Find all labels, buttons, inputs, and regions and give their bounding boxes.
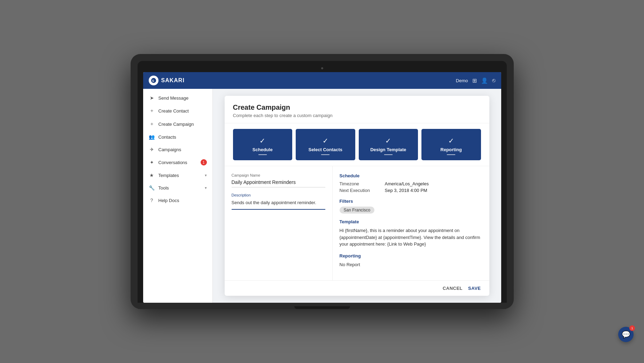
demo-label: Demo	[456, 78, 468, 83]
left-panel: Campaign Name Daily Appointment Reminder…	[225, 166, 333, 280]
sidebar-item-contacts[interactable]: 👥 Contacts	[143, 131, 212, 143]
step-underline-schedule	[258, 154, 267, 155]
template-section: Template Hi {firstName}, this is a remin…	[340, 219, 482, 248]
card-content: Campaign Name Daily Appointment Reminder…	[225, 166, 489, 280]
save-button[interactable]: SAVE	[468, 286, 481, 291]
logout-icon[interactable]: ⎋	[492, 77, 496, 84]
app-header: S SAKARI Demo ⊞ 👤 ⎋	[143, 72, 501, 89]
camera-dot	[321, 67, 323, 69]
step-label-design-template: Design Template	[370, 147, 406, 152]
timezone-row: Timezone America/Los_Angeles	[340, 181, 482, 186]
sidebar-label-campaigns: Campaigns	[158, 147, 207, 152]
app-body: ➤ Send Message ＋ Create Contact ＋ Create…	[143, 89, 501, 303]
step-label-select-contacts: Select Contacts	[308, 147, 342, 152]
step-label-reporting: Reporting	[441, 147, 462, 152]
grid-icon[interactable]: ⊞	[472, 77, 477, 84]
laptop-outer: S SAKARI Demo ⊞ 👤 ⎋ ➤	[131, 54, 514, 309]
chevron-down-icon-tools: ▾	[205, 186, 207, 190]
cancel-button[interactable]: CANCEL	[443, 286, 463, 291]
card-title: Create Campaign	[233, 103, 481, 111]
logo-text: SAKARI	[161, 77, 185, 84]
sidebar-label-conversations: Conversations	[158, 160, 197, 165]
laptop-bezel: S SAKARI Demo ⊞ 👤 ⎋ ➤	[138, 61, 507, 303]
check-icon-schedule: ✓	[259, 137, 265, 145]
card-footer: CANCEL SAVE	[225, 280, 489, 296]
template-text: Hi {firstName}, this is a reminder about…	[340, 227, 482, 248]
sidebar-item-campaigns[interactable]: ✈ Campaigns	[143, 143, 212, 156]
schedule-section: Schedule Timezone America/Los_Angeles Ne…	[340, 173, 482, 193]
sidebar-label-create-contact: Create Contact	[158, 108, 207, 114]
reporting-value: No Report	[340, 261, 482, 268]
campaign-name-label: Campaign Name	[232, 173, 325, 177]
header-right: Demo ⊞ 👤 ⎋	[456, 77, 496, 84]
sidebar-item-conversations[interactable]: ✦ Conversations 1	[143, 156, 212, 169]
paper-plane-icon: ✈	[149, 147, 155, 152]
schedule-title: Schedule	[340, 173, 482, 178]
sidebar-label-send-message: Send Message	[158, 95, 207, 101]
svg-text:S: S	[152, 79, 154, 83]
question-icon: ?	[149, 198, 155, 203]
step-schedule[interactable]: ✓ Schedule	[233, 129, 293, 160]
timezone-label: Timezone	[340, 181, 385, 186]
plus-icon-contact: ＋	[149, 108, 155, 114]
step-underline-select-contacts	[321, 154, 329, 155]
timezone-value: America/Los_Angeles	[385, 181, 429, 186]
filters-title: Filters	[340, 199, 482, 204]
check-icon-select-contacts: ✓	[323, 137, 328, 145]
campaign-name-value: Daily Appointment Reminders	[232, 179, 325, 187]
arrow-right-icon: ➤	[149, 95, 155, 101]
sidebar: ➤ Send Message ＋ Create Contact ＋ Create…	[143, 89, 213, 303]
star-icon: ★	[149, 172, 155, 178]
sidebar-item-help-docs[interactable]: ? Help Docs	[143, 194, 212, 207]
main-content: Create Campaign Complete each step to cr…	[213, 89, 501, 303]
users-icon: 👥	[149, 134, 155, 140]
next-execution-value: Sep 3, 2018 4:00 PM	[385, 188, 427, 193]
step-design-template[interactable]: ✓ Design Template	[359, 129, 418, 160]
next-execution-label: Next Execution	[340, 188, 385, 193]
description-value: Sends out the daily appointment reminder…	[232, 199, 325, 210]
sidebar-label-create-campaign: Create Campaign	[158, 122, 207, 127]
plus-icon-campaign: ＋	[149, 121, 155, 127]
user-icon[interactable]: 👤	[481, 77, 488, 84]
reporting-title: Reporting	[340, 253, 482, 258]
chevron-down-icon-templates: ▾	[205, 173, 207, 178]
chat-icon: ✦	[149, 160, 155, 165]
sidebar-item-send-message[interactable]: ➤ Send Message	[143, 92, 212, 104]
filter-tag-san-francisco: San Francisco	[340, 207, 375, 214]
sidebar-item-create-contact[interactable]: ＋ Create Contact	[143, 104, 212, 117]
create-campaign-card: Create Campaign Complete each step to cr…	[225, 96, 489, 296]
step-label-schedule: Schedule	[253, 147, 273, 152]
filters-section: Filters San Francisco	[340, 199, 482, 214]
sidebar-label-tools: Tools	[158, 185, 201, 191]
logo-icon: S	[149, 76, 158, 85]
check-icon-reporting: ✓	[448, 137, 454, 145]
laptop-screen: S SAKARI Demo ⊞ 👤 ⎋ ➤	[143, 72, 501, 303]
steps-row: ✓ Schedule ✓ Select Contacts ✓	[225, 123, 489, 166]
card-header: Create Campaign Complete each step to cr…	[225, 96, 489, 123]
step-select-contacts[interactable]: ✓ Select Contacts	[296, 129, 355, 160]
right-panel: Schedule Timezone America/Los_Angeles Ne…	[333, 166, 489, 280]
step-reporting[interactable]: ✓ Reporting	[421, 129, 481, 160]
sidebar-item-tools[interactable]: 🔧 Tools ▾	[143, 182, 212, 194]
step-underline-design-template	[384, 154, 393, 155]
sidebar-item-templates[interactable]: ★ Templates ▾	[143, 169, 212, 182]
sidebar-label-templates: Templates	[158, 173, 201, 178]
sidebar-item-create-campaign[interactable]: ＋ Create Campaign	[143, 117, 212, 131]
sidebar-label-contacts: Contacts	[158, 134, 207, 140]
laptop-base	[138, 303, 507, 309]
wrench-icon: 🔧	[149, 185, 155, 191]
template-title: Template	[340, 219, 482, 224]
card-subtitle: Complete each step to create a custom ca…	[233, 113, 481, 118]
next-execution-row: Next Execution Sep 3, 2018 4:00 PM	[340, 188, 482, 193]
sidebar-label-help-docs: Help Docs	[158, 198, 207, 203]
conversations-badge: 1	[201, 159, 207, 165]
app-logo: S SAKARI	[149, 76, 185, 85]
reporting-section: Reporting No Report	[340, 253, 482, 268]
description-label: Description	[232, 193, 325, 197]
step-underline-reporting	[447, 154, 455, 155]
check-icon-design-template: ✓	[385, 137, 391, 145]
